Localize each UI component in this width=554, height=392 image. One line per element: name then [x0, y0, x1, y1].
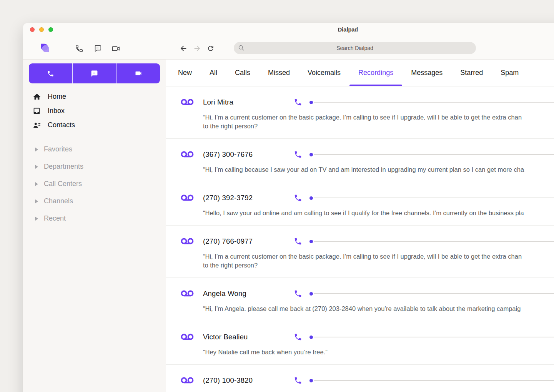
sidebar-section-favorites[interactable]: Favorites — [23, 141, 166, 158]
playback-slider[interactable] — [309, 96, 554, 109]
dialpad-logo-icon — [38, 43, 52, 55]
slider-track[interactable] — [314, 293, 554, 294]
tab-spam[interactable]: Spam — [492, 60, 527, 86]
new-call-button[interactable] — [74, 43, 84, 53]
recording-row-victor-bealieu[interactable]: Victor Bealieu “Hey Natalie call me back… — [166, 321, 554, 365]
inbox-icon — [33, 107, 41, 115]
slider-thumb[interactable] — [309, 240, 313, 243]
slider-track[interactable] — [314, 380, 554, 381]
slider-track[interactable] — [314, 241, 554, 242]
chevron-right-icon — [35, 182, 39, 186]
sidebar-section-departments[interactable]: Departments — [23, 158, 166, 175]
section-label: Recent — [44, 214, 66, 223]
main-content: New All Calls Missed Voicemails Recordin… — [166, 60, 554, 392]
playback-slider[interactable] — [309, 331, 554, 344]
sidebar-item-home[interactable]: Home — [23, 90, 166, 104]
call-back-button[interactable] — [294, 150, 302, 159]
phone-icon — [294, 376, 302, 385]
slider-thumb[interactable] — [309, 153, 313, 156]
dialpad-window: Dialpad — [23, 23, 554, 392]
message-button[interactable] — [72, 63, 116, 83]
caller-name: Lori Mitra — [203, 98, 233, 106]
call-button[interactable] — [29, 63, 72, 83]
new-message-button[interactable] — [93, 43, 103, 53]
traffic-lights — [30, 27, 53, 32]
call-back-button[interactable] — [294, 376, 302, 385]
slider-thumb[interactable] — [309, 196, 313, 200]
minimize-window-button[interactable] — [39, 27, 44, 32]
sidebar-item-inbox[interactable]: Inbox — [23, 104, 166, 118]
video-button[interactable] — [116, 63, 160, 83]
transcript: “Hi, I’m a current customer on the basic… — [203, 252, 554, 270]
chevron-right-icon — [35, 216, 39, 221]
tab-all[interactable]: All — [201, 60, 226, 86]
slider-track[interactable] — [314, 198, 554, 198]
slider-thumb[interactable] — [309, 101, 313, 104]
playback-slider[interactable] — [309, 191, 554, 204]
sidebar-item-contacts[interactable]: Contacts — [23, 118, 166, 132]
search-input[interactable] — [234, 42, 476, 54]
tab-label: Calls — [235, 69, 250, 77]
voicemail-icon — [181, 98, 194, 106]
recording-row-header: (270) 100-3820 — [181, 374, 554, 387]
forward-button[interactable] — [192, 43, 202, 53]
playback-slider[interactable] — [309, 287, 554, 300]
tab-label: Starred — [460, 69, 483, 77]
slider-track[interactable] — [314, 337, 554, 337]
voicemail-icon — [181, 290, 194, 297]
tab-new[interactable]: New — [169, 60, 201, 86]
tab-voicemails[interactable]: Voicemails — [299, 60, 349, 86]
tab-missed[interactable]: Missed — [259, 60, 299, 86]
tab-recordings[interactable]: Recordings — [349, 60, 402, 86]
tab-label: Voicemails — [308, 69, 341, 77]
playback-slider[interactable] — [309, 374, 554, 387]
recording-row-header: Lori Mitra — [181, 96, 554, 109]
tab-label: All — [210, 69, 217, 77]
phone-icon — [47, 70, 54, 77]
toolbar — [23, 37, 554, 60]
recording-row-270-392-3792[interactable]: (270) 392-3792 “Hello, I saw your ad onl… — [166, 182, 554, 226]
slider-track[interactable] — [314, 102, 554, 103]
voicemail-icon — [181, 333, 194, 341]
recording-row-header: (270) 392-3792 — [181, 191, 554, 204]
close-window-button[interactable] — [30, 27, 35, 32]
sidebar-item-label: Home — [48, 93, 66, 101]
recording-row-angela-wong[interactable]: Angela Wong “Hi, I’m Angela. please call… — [166, 278, 554, 321]
slider-thumb[interactable] — [309, 292, 313, 296]
slider-thumb[interactable] — [309, 379, 313, 382]
sidebar-section-recent[interactable]: Recent — [23, 210, 166, 227]
tab-calls[interactable]: Calls — [226, 60, 259, 86]
call-back-button[interactable] — [294, 333, 302, 341]
call-back-button[interactable] — [294, 98, 302, 106]
recording-row-270-100-3820[interactable]: (270) 100-3820 “Hi I want to cancel my s… — [166, 365, 554, 392]
slider-thumb[interactable] — [309, 336, 313, 339]
tab-starred[interactable]: Starred — [451, 60, 492, 86]
recording-row-367-300-7676[interactable]: (367) 300-7676 “Hi, I’m calling because … — [166, 139, 554, 182]
playback-slider[interactable] — [309, 148, 554, 161]
playback-slider[interactable] — [309, 235, 554, 248]
call-back-button[interactable] — [294, 194, 302, 202]
call-back-button[interactable] — [294, 289, 302, 298]
tab-messages[interactable]: Messages — [402, 60, 451, 86]
recording-row-lori-mitra[interactable]: Lori Mitra “Hi, I’m a current customer o… — [166, 86, 554, 139]
recording-row-270-766-0977[interactable]: (270) 766-0977 “Hi, I’m a current custom… — [166, 226, 554, 278]
back-button[interactable] — [178, 43, 188, 53]
chevron-right-icon — [35, 147, 39, 152]
sidebar-section-channels[interactable]: Channels — [23, 193, 166, 210]
sidebar-section-call-centers[interactable]: Call Centers — [23, 175, 166, 193]
recording-row-header: Angela Wong — [181, 287, 554, 300]
refresh-button[interactable] — [206, 43, 216, 53]
transcript: “Hi, I’m calling because I saw your ad o… — [203, 165, 554, 174]
transcript: “Hello, I saw your ad online and am call… — [203, 209, 554, 218]
zoom-window-button[interactable] — [48, 27, 53, 32]
caller-name: (367) 300-7676 — [203, 150, 253, 159]
chevron-right-icon — [35, 199, 39, 204]
voicemail-icon — [181, 194, 194, 202]
chat-icon — [91, 70, 98, 77]
call-back-button[interactable] — [294, 237, 302, 246]
slider-track[interactable] — [314, 154, 554, 155]
section-label: Channels — [44, 197, 73, 205]
new-meeting-button[interactable] — [111, 43, 121, 53]
phone-icon — [294, 333, 302, 341]
caller-name: Angela Wong — [203, 289, 246, 298]
